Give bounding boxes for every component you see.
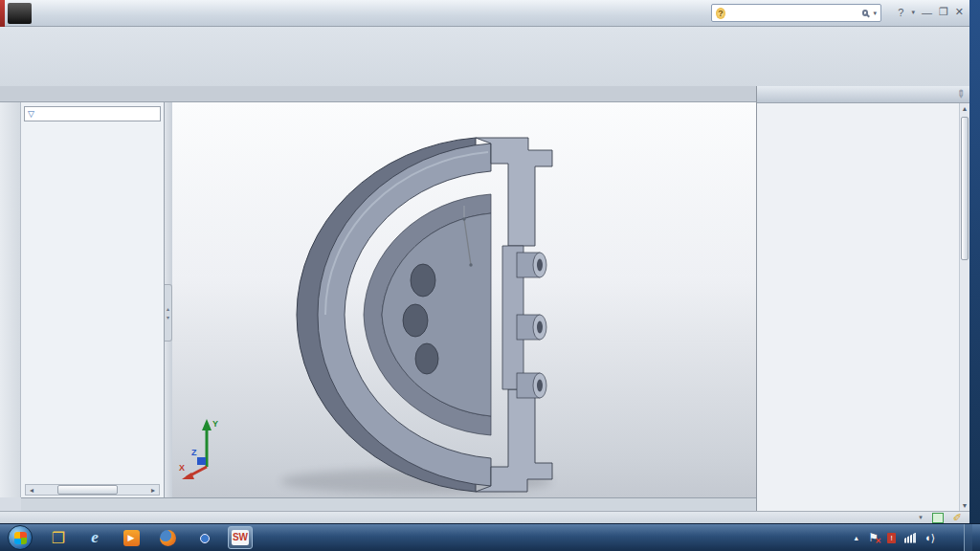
units-caret-icon: ▾ [919, 514, 923, 521]
ie-icon: e [91, 528, 99, 547]
solidworks-window: ? ▾ ? ▾ — ❐ ✕ ▽ ◂ ▸ ▴▾ [0, 0, 969, 523]
model-3d-view[interactable] [172, 102, 756, 497]
document-tabs-bar [21, 497, 756, 511]
restore-button[interactable]: ❐ [939, 6, 948, 18]
taskbar-solidworks[interactable]: SW [228, 526, 253, 549]
left-toolbar-strip [0, 102, 21, 497]
search-icon[interactable] [862, 10, 869, 16]
featuremanager-tab-bar [21, 102, 164, 105]
help-search-box[interactable]: ? ▾ [711, 4, 881, 22]
quick-tips-icon[interactable] [932, 513, 944, 523]
task-pane-header: ✎ [757, 86, 969, 103]
help-menu-icon[interactable]: ? [898, 7, 903, 18]
action-center-icon[interactable]: ⚑✕ [868, 531, 879, 544]
ribbon [0, 27, 969, 86]
windows-taskbar: ❐ e ▶ SW ▲ ⚑✕ ! ◖⟩ [0, 523, 980, 551]
taskbar-internet-explorer[interactable]: e [82, 526, 107, 549]
search-dropdown-icon[interactable]: ▾ [873, 10, 877, 17]
document-title [412, 0, 612, 27]
firefox-icon [160, 530, 176, 546]
help-caret-icon[interactable]: ▾ [911, 9, 915, 16]
feature-filter-box[interactable]: ▽ [24, 106, 161, 121]
app-alert-icon[interactable]: ! [887, 533, 896, 543]
tag-icon[interactable]: ✐ [953, 512, 962, 524]
taskbar-chrome[interactable] [191, 526, 216, 549]
scroll-right-icon[interactable]: ▸ [147, 486, 159, 495]
taskbar-firefox[interactable] [155, 526, 180, 549]
filter-icon: ▽ [28, 110, 34, 119]
triad-z-label: Z [191, 448, 197, 457]
volume-icon[interactable]: ◖⟩ [924, 532, 935, 544]
chrome-icon [196, 530, 212, 545]
taskbar-apps: ❐ e ▶ SW [46, 526, 253, 549]
taskbar-media-player[interactable]: ▶ [119, 526, 144, 549]
show-desktop-button[interactable] [964, 524, 972, 551]
task-pane-scroll-thumb[interactable] [961, 117, 969, 260]
network-icon[interactable] [904, 533, 916, 543]
solidworks-logo [8, 3, 32, 24]
splitter-handle[interactable]: ▴▾ [165, 284, 172, 342]
scroll-track[interactable] [37, 485, 147, 495]
system-tray: ▲ ⚑✕ ! ◖⟩ [844, 524, 972, 551]
commandmanager-tabs [0, 86, 756, 102]
panel-splitter[interactable]: ▴▾ [165, 102, 172, 497]
pin-task-pane-icon[interactable]: ✎ [953, 87, 969, 102]
search-input[interactable] [729, 8, 858, 19]
triad-x-label: X [179, 463, 185, 473]
task-pane: ✎ ▲ ▼ [756, 86, 969, 511]
close-button[interactable]: ✕ [955, 6, 964, 18]
units-selector[interactable]: ▾ [914, 514, 923, 521]
window-controls: ? ▾ — ❐ ✕ [898, 6, 964, 18]
hub-bosses [517, 253, 546, 398]
status-bar: ▾ ✐ [0, 511, 969, 523]
featuremanager-panel: ▽ ◂ ▸ [21, 102, 165, 497]
minimize-button[interactable]: — [922, 7, 932, 18]
titlebar-accent-stripe [0, 0, 5, 27]
media-player-icon: ▶ [123, 530, 140, 546]
reference-triad: Y Z X [178, 411, 239, 480]
graphics-area[interactable]: Y Z X [172, 102, 756, 497]
help-bulb-icon: ? [716, 8, 725, 19]
triad-y-label: Y [212, 419, 218, 429]
taskbar-explorer[interactable]: ❐ [46, 526, 71, 549]
hidden-icons-arrow[interactable]: ▲ [853, 535, 859, 541]
scroll-thumb[interactable] [57, 485, 118, 495]
tree-horizontal-scrollbar[interactable]: ◂ ▸ [25, 484, 160, 496]
task-pane-body [757, 103, 959, 511]
scroll-left-icon[interactable]: ◂ [26, 486, 37, 495]
scroll-down-icon[interactable]: ▼ [960, 502, 969, 509]
start-button[interactable] [8, 525, 33, 550]
explorer-icon: ❐ [52, 529, 65, 547]
scroll-up-icon[interactable]: ▲ [960, 105, 969, 112]
task-pane-scrollbar[interactable]: ▲ ▼ [959, 103, 969, 511]
solidworks-icon: SW [232, 530, 249, 545]
titlebar: ? ▾ ? ▾ — ❐ ✕ [0, 0, 969, 27]
filter-input[interactable] [37, 109, 157, 120]
